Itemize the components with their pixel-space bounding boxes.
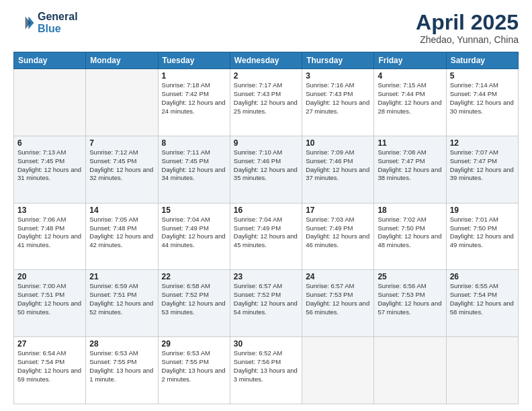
day-info: Sunrise: 6:52 AM Sunset: 7:56 PM Dayligh…	[234, 349, 298, 383]
calendar-cell	[302, 337, 374, 404]
calendar-week-2: 6Sunrise: 7:13 AM Sunset: 7:45 PM Daylig…	[14, 136, 519, 203]
calendar-week-1: 1Sunrise: 7:18 AM Sunset: 7:42 PM Daylig…	[14, 69, 519, 136]
day-info: Sunrise: 7:14 AM Sunset: 7:44 PM Dayligh…	[450, 81, 515, 116]
day-info: Sunrise: 6:53 AM Sunset: 7:55 PM Dayligh…	[162, 349, 226, 383]
calendar-week-3: 13Sunrise: 7:06 AM Sunset: 7:48 PM Dayli…	[14, 203, 519, 270]
calendar-cell	[86, 69, 158, 136]
calendar-cell: 18Sunrise: 7:02 AM Sunset: 7:50 PM Dayli…	[374, 203, 446, 270]
calendar-cell: 6Sunrise: 7:13 AM Sunset: 7:45 PM Daylig…	[14, 136, 86, 203]
day-info: Sunrise: 7:11 AM Sunset: 7:45 PM Dayligh…	[162, 148, 226, 183]
day-number: 25	[378, 272, 442, 281]
day-info: Sunrise: 7:12 AM Sunset: 7:45 PM Dayligh…	[89, 148, 154, 183]
calendar-cell: 25Sunrise: 6:56 AM Sunset: 7:53 PM Dayli…	[374, 270, 446, 337]
calendar-week-4: 20Sunrise: 7:00 AM Sunset: 7:51 PM Dayli…	[14, 270, 519, 337]
day-info: Sunrise: 7:01 AM Sunset: 7:50 PM Dayligh…	[450, 216, 515, 250]
day-info: Sunrise: 7:04 AM Sunset: 7:49 PM Dayligh…	[162, 216, 226, 250]
day-number: 10	[306, 138, 370, 148]
day-info: Sunrise: 6:58 AM Sunset: 7:52 PM Dayligh…	[162, 282, 226, 316]
day-info: Sunrise: 7:06 AM Sunset: 7:48 PM Dayligh…	[17, 216, 82, 250]
day-info: Sunrise: 7:05 AM Sunset: 7:48 PM Dayligh…	[89, 216, 154, 250]
header-sunday: Sunday	[14, 52, 86, 69]
day-number: 30	[234, 339, 298, 349]
logo: General Blue	[13, 11, 78, 35]
day-info: Sunrise: 7:17 AM Sunset: 7:43 PM Dayligh…	[234, 81, 298, 116]
calendar-cell: 8Sunrise: 7:11 AM Sunset: 7:45 PM Daylig…	[158, 136, 230, 203]
day-info: Sunrise: 6:55 AM Sunset: 7:54 PM Dayligh…	[450, 282, 515, 316]
day-number: 13	[17, 205, 82, 215]
day-number: 28	[89, 339, 154, 349]
day-info: Sunrise: 6:57 AM Sunset: 7:53 PM Dayligh…	[306, 282, 370, 316]
calendar-cell: 21Sunrise: 6:59 AM Sunset: 7:51 PM Dayli…	[86, 270, 158, 337]
calendar-cell: 7Sunrise: 7:12 AM Sunset: 7:45 PM Daylig…	[86, 136, 158, 203]
calendar-cell	[14, 69, 86, 136]
day-number: 1	[162, 71, 226, 81]
day-number: 2	[234, 71, 298, 81]
day-info: Sunrise: 6:54 AM Sunset: 7:54 PM Dayligh…	[17, 349, 82, 383]
day-number: 15	[162, 205, 226, 215]
day-number: 20	[17, 272, 82, 281]
calendar-cell: 1Sunrise: 7:18 AM Sunset: 7:42 PM Daylig…	[158, 69, 230, 136]
day-info: Sunrise: 7:00 AM Sunset: 7:51 PM Dayligh…	[17, 282, 82, 316]
day-number: 22	[162, 272, 226, 281]
day-number: 18	[378, 205, 442, 215]
day-info: Sunrise: 6:57 AM Sunset: 7:52 PM Dayligh…	[234, 282, 298, 316]
calendar-cell: 26Sunrise: 6:55 AM Sunset: 7:54 PM Dayli…	[446, 270, 518, 337]
day-info: Sunrise: 7:07 AM Sunset: 7:47 PM Dayligh…	[450, 148, 515, 183]
header-tuesday: Tuesday	[158, 52, 230, 69]
day-info: Sunrise: 7:15 AM Sunset: 7:44 PM Dayligh…	[378, 81, 442, 116]
calendar-table: Sunday Monday Tuesday Wednesday Thursday…	[13, 52, 519, 404]
page: General Blue April 2025 Zhedao, Yunnan, …	[0, 0, 532, 411]
day-info: Sunrise: 7:09 AM Sunset: 7:46 PM Dayligh…	[306, 148, 370, 183]
day-number: 16	[234, 205, 298, 215]
calendar-cell: 17Sunrise: 7:03 AM Sunset: 7:49 PM Dayli…	[302, 203, 374, 270]
day-info: Sunrise: 6:56 AM Sunset: 7:53 PM Dayligh…	[378, 282, 442, 316]
day-info: Sunrise: 7:18 AM Sunset: 7:42 PM Dayligh…	[162, 81, 226, 116]
logo-text: General Blue	[38, 11, 78, 35]
day-info: Sunrise: 7:16 AM Sunset: 7:43 PM Dayligh…	[306, 81, 370, 116]
day-number: 5	[450, 71, 515, 81]
calendar-cell: 13Sunrise: 7:06 AM Sunset: 7:48 PM Dayli…	[14, 203, 86, 270]
day-number: 17	[306, 205, 370, 215]
day-number: 8	[162, 138, 226, 148]
calendar-cell: 23Sunrise: 6:57 AM Sunset: 7:52 PM Dayli…	[230, 270, 302, 337]
calendar-cell: 5Sunrise: 7:14 AM Sunset: 7:44 PM Daylig…	[446, 69, 518, 136]
calendar-cell: 27Sunrise: 6:54 AM Sunset: 7:54 PM Dayli…	[14, 337, 86, 404]
header-wednesday: Wednesday	[230, 52, 302, 69]
day-info: Sunrise: 7:10 AM Sunset: 7:46 PM Dayligh…	[234, 148, 298, 183]
day-number: 12	[450, 138, 515, 148]
day-number: 24	[306, 272, 370, 281]
calendar-cell: 30Sunrise: 6:52 AM Sunset: 7:56 PM Dayli…	[230, 337, 302, 404]
calendar-cell: 15Sunrise: 7:04 AM Sunset: 7:49 PM Dayli…	[158, 203, 230, 270]
subtitle: Zhedao, Yunnan, China	[416, 34, 519, 45]
day-number: 14	[89, 205, 154, 215]
calendar-cell: 19Sunrise: 7:01 AM Sunset: 7:50 PM Dayli…	[446, 203, 518, 270]
logo-icon	[13, 12, 35, 34]
day-info: Sunrise: 7:03 AM Sunset: 7:49 PM Dayligh…	[306, 216, 370, 250]
day-number: 23	[234, 272, 298, 281]
day-number: 29	[162, 339, 226, 349]
day-info: Sunrise: 6:53 AM Sunset: 7:55 PM Dayligh…	[89, 349, 154, 383]
calendar-cell: 3Sunrise: 7:16 AM Sunset: 7:43 PM Daylig…	[302, 69, 374, 136]
calendar-cell: 2Sunrise: 7:17 AM Sunset: 7:43 PM Daylig…	[230, 69, 302, 136]
header-saturday: Saturday	[446, 52, 518, 69]
day-info: Sunrise: 6:59 AM Sunset: 7:51 PM Dayligh…	[89, 282, 154, 316]
day-info: Sunrise: 7:02 AM Sunset: 7:50 PM Dayligh…	[378, 216, 442, 250]
calendar-cell: 12Sunrise: 7:07 AM Sunset: 7:47 PM Dayli…	[446, 136, 518, 203]
day-info: Sunrise: 7:04 AM Sunset: 7:49 PM Dayligh…	[234, 216, 298, 250]
day-number: 11	[378, 138, 442, 148]
calendar-cell: 20Sunrise: 7:00 AM Sunset: 7:51 PM Dayli…	[14, 270, 86, 337]
day-number: 27	[17, 339, 82, 349]
main-title: April 2025	[416, 11, 519, 34]
calendar-cell: 10Sunrise: 7:09 AM Sunset: 7:46 PM Dayli…	[302, 136, 374, 203]
calendar-cell: 22Sunrise: 6:58 AM Sunset: 7:52 PM Dayli…	[158, 270, 230, 337]
calendar-cell: 28Sunrise: 6:53 AM Sunset: 7:55 PM Dayli…	[86, 337, 158, 404]
calendar-cell: 11Sunrise: 7:08 AM Sunset: 7:47 PM Dayli…	[374, 136, 446, 203]
day-number: 7	[89, 138, 154, 148]
calendar-cell: 24Sunrise: 6:57 AM Sunset: 7:53 PM Dayli…	[302, 270, 374, 337]
calendar-cell: 16Sunrise: 7:04 AM Sunset: 7:49 PM Dayli…	[230, 203, 302, 270]
header-monday: Monday	[86, 52, 158, 69]
day-number: 26	[450, 272, 515, 281]
header-friday: Friday	[374, 52, 446, 69]
calendar-header-row: Sunday Monday Tuesday Wednesday Thursday…	[14, 52, 519, 69]
calendar-cell: 9Sunrise: 7:10 AM Sunset: 7:46 PM Daylig…	[230, 136, 302, 203]
